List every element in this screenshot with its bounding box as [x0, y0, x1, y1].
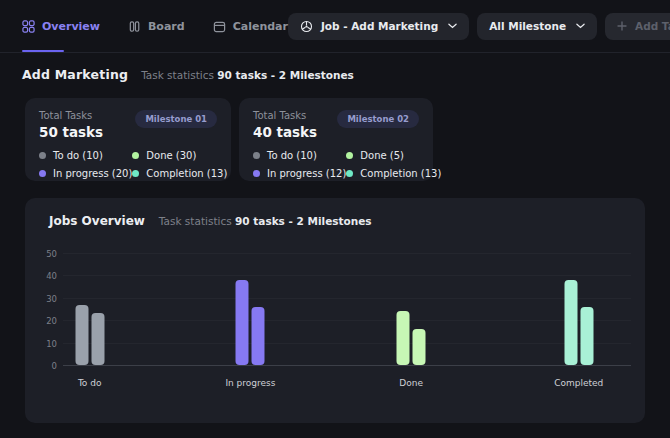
legend-dot — [132, 170, 139, 177]
gridline-10 — [63, 343, 631, 344]
card-count: 40 tasks — [253, 124, 317, 140]
card-count: 50 tasks — [39, 124, 103, 140]
chart-stats-label: Task statistics — [159, 215, 232, 227]
milestone-badge: Milestone 02 — [337, 110, 419, 128]
card-title: Total Tasks — [253, 110, 317, 121]
milestone-dropdown-label: All Milestone — [489, 20, 566, 32]
page-title: Add Marketing — [22, 67, 128, 82]
bar-bar-2 — [91, 313, 104, 365]
topbar-actions: Job - Add Marketing All Milestone Add T — [288, 13, 670, 40]
top-navigation-bar: Overview Board Calendar — [0, 0, 670, 53]
card-title: Total Tasks — [39, 110, 103, 121]
legend-item-inprogress: In progress (12) — [253, 168, 346, 179]
bar-bar-1 — [397, 311, 410, 365]
legend-dot — [253, 170, 260, 177]
milestone-card-2: Total Tasks 40 tasks Milestone 02 To do … — [239, 98, 433, 181]
legend-dot — [39, 152, 46, 159]
legend-item-done: Done (5) — [346, 150, 441, 161]
y-tick-label-40: 40 — [37, 271, 57, 281]
legend-dot — [132, 152, 139, 159]
job-dropdown[interactable]: Job - Add Marketing — [288, 13, 469, 40]
tab-calendar-label: Calendar — [233, 20, 288, 33]
gridline-40 — [63, 275, 631, 276]
bar-bar-2 — [413, 329, 426, 365]
card-legend: To do (10) Done (30) In progress (20) Co… — [39, 150, 217, 179]
page-stats: Task statistics 90 tasks - 2 Milestones — [141, 69, 354, 81]
chart-header: Jobs Overview Task statistics 90 tasks -… — [39, 214, 631, 228]
bar-chart-plot: 01020304050To doIn progressDoneCompleted — [63, 254, 631, 366]
page-header: Add Marketing Task statistics 90 tasks -… — [22, 67, 670, 82]
milestone-badge: Milestone 01 — [135, 110, 217, 128]
tab-overview-label: Overview — [42, 20, 100, 33]
chevron-down-icon — [576, 23, 585, 29]
card-legend: To do (10) Done (5) In progress (12) Com… — [253, 150, 419, 179]
legend-item-todo: To do (10) — [39, 150, 132, 161]
nav-tabs: Overview Board Calendar — [22, 0, 288, 52]
add-task-label: Add Task — [635, 20, 670, 32]
legend-dot — [346, 152, 353, 159]
y-tick-label-50: 50 — [37, 249, 57, 259]
legend-item-completion: Completion (13) — [132, 168, 227, 179]
y-tick-label-10: 10 — [37, 339, 57, 349]
gridline-50 — [63, 253, 631, 254]
add-task-button[interactable]: Add Task — [605, 13, 670, 40]
tab-board[interactable]: Board — [128, 0, 185, 52]
x-tick-label-in-progress: In progress — [225, 378, 275, 388]
chart-stats: Task statistics 90 tasks - 2 Milestones — [159, 215, 372, 227]
legend-dot — [39, 170, 46, 177]
y-tick-label-0: 0 — [37, 361, 57, 371]
board-icon — [128, 20, 141, 33]
y-tick-label-30: 30 — [37, 294, 57, 304]
stats-label: Task statistics — [141, 69, 214, 81]
gridline-30 — [63, 298, 631, 299]
bar-bar-2 — [580, 307, 593, 365]
calendar-icon — [213, 20, 226, 33]
legend-item-inprogress: In progress (20) — [39, 168, 132, 179]
x-tick-label-done: Done — [399, 378, 423, 388]
legend-item-completion: Completion (13) — [346, 168, 441, 179]
steering-wheel-icon — [300, 20, 313, 33]
milestone-dropdown[interactable]: All Milestone — [477, 13, 597, 40]
bar-bar-2 — [252, 307, 265, 365]
tab-board-label: Board — [148, 20, 185, 33]
bar-group-in-progress — [236, 280, 265, 365]
tab-overview[interactable]: Overview — [22, 0, 100, 52]
bar-bar-1 — [75, 305, 88, 365]
legend-dot — [346, 170, 353, 177]
bar-group-done — [397, 311, 426, 365]
bar-group-completed — [564, 280, 593, 365]
plus-icon — [617, 21, 627, 31]
x-tick-label-completed: Completed — [554, 378, 603, 388]
jobs-overview-panel: Jobs Overview Task statistics 90 tasks -… — [25, 198, 645, 423]
legend-item-done: Done (30) — [132, 150, 227, 161]
stats-value: 90 tasks - 2 Milestones — [217, 69, 354, 81]
tab-calendar[interactable]: Calendar — [213, 0, 288, 52]
bar-group-to-do — [75, 305, 104, 365]
chart-title: Jobs Overview — [49, 214, 145, 228]
bar-bar-1 — [564, 280, 577, 365]
chevron-down-icon — [448, 23, 457, 29]
bar-bar-1 — [236, 280, 249, 365]
chart-stats-value: 90 tasks - 2 Milestones — [235, 215, 372, 227]
job-dropdown-label: Job - Add Marketing — [321, 20, 438, 32]
grid-icon — [22, 20, 35, 33]
y-tick-label-20: 20 — [37, 316, 57, 326]
milestone-card-1: Total Tasks 50 tasks Milestone 01 To do … — [25, 98, 231, 181]
gridline-20 — [63, 320, 631, 321]
gridline-0 — [63, 365, 631, 366]
milestone-cards: Total Tasks 50 tasks Milestone 01 To do … — [25, 98, 645, 181]
legend-item-todo: To do (10) — [253, 150, 346, 161]
legend-dot — [253, 152, 260, 159]
x-tick-label-to-do: To do — [78, 378, 102, 388]
